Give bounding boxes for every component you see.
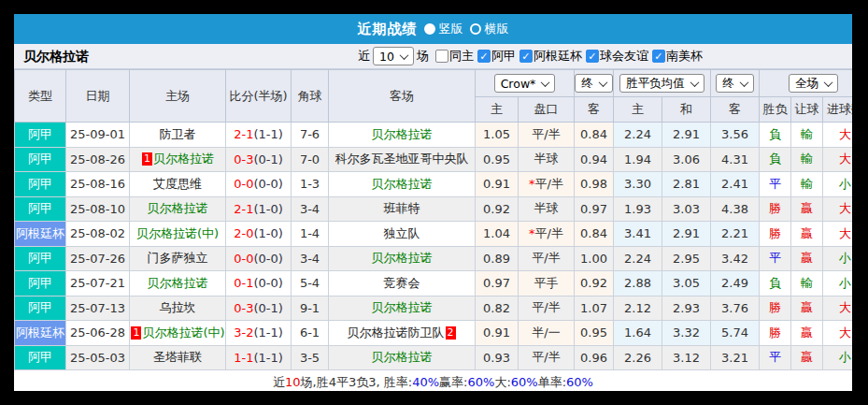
live-star-icon: *: [529, 226, 535, 240]
odds-handicap: 平/半: [519, 123, 575, 148]
corner-cell: 3-4: [292, 196, 329, 222]
odds-handicap: 半球: [519, 196, 575, 222]
league-type-cell: 阿甲: [15, 147, 66, 172]
col-header-score: 比分(半场): [226, 70, 292, 123]
avg-draw: 2.93: [662, 296, 711, 321]
odds-home: 0.97: [476, 271, 519, 297]
sub-header-avg-home: 主: [614, 97, 662, 123]
chevron-down-icon: [541, 78, 550, 87]
away-team-cell: 贝尔格拉诺: [329, 296, 476, 321]
fullmatch-select[interactable]: 全场: [789, 74, 838, 93]
table-row: 阿甲25-09-01防卫者2-1(1-1)7-6贝尔格拉诺1.05平/半0.84…: [15, 123, 853, 148]
home-team-cell: 门多萨独立: [130, 246, 226, 271]
avg-away: 3.56: [711, 123, 760, 148]
recent-count-value: 10: [379, 50, 394, 64]
score-cell: 2-0(1-0): [226, 222, 292, 247]
halftime-score: (1-1): [253, 325, 282, 340]
table-row: 阿甲25-07-13乌拉坎0-3(0-1)9-1贝尔格拉诺0.82平/半1.07…: [15, 296, 853, 321]
league-type-cell: 阿甲: [15, 271, 66, 297]
recent-count-select[interactable]: 10: [373, 47, 414, 65]
away-team-cell: 科尔多瓦圣地亚哥中央队: [329, 147, 476, 172]
avg-home: 2.26: [614, 345, 662, 370]
score-cell: 2-1(1-1): [226, 123, 292, 148]
sub-header-avg-away: 客: [711, 97, 760, 123]
odds-home: 0.89: [476, 246, 519, 271]
checkbox-checked-icon[interactable]: [652, 50, 665, 63]
avg-away: 3.42: [711, 246, 760, 271]
odds-final-select[interactable]: 终: [575, 74, 613, 93]
away-team-cell: 竞赛会: [329, 271, 476, 297]
odds-final-value: 终: [581, 76, 593, 92]
recent-results-panel: 近期战绩 竖版横版 贝尔格拉诺 近 10 场 同主阿甲阿根廷杯球会友谊南美杯 类…: [14, 14, 852, 391]
home-team-cell: 乌拉坎: [130, 296, 226, 321]
card-badge: 1: [131, 326, 141, 340]
team-link: 门多萨独立: [148, 251, 208, 265]
layout-radio-option[interactable]: 竖版: [424, 21, 463, 37]
fulltime-score: 0-0: [234, 177, 253, 191]
league-type-cell: 阿根廷杯: [15, 321, 66, 346]
handicap-result-cell: 贏: [791, 296, 823, 321]
odds-handicap: 平手: [519, 271, 575, 297]
goals-result-cell: 小: [823, 172, 853, 197]
col-header-away: 客场: [329, 70, 476, 123]
team-link: 贝尔格拉诺防卫队: [348, 325, 445, 340]
checkbox-checked-icon[interactable]: [477, 50, 491, 63]
away-team-cell: 班菲特: [329, 196, 476, 222]
summary-bar: 近10场,胜4平3负3, 胜率:40% 赢率:60% 大:60% 单率:60%: [14, 370, 852, 391]
col-header-home: 主场: [130, 70, 226, 123]
odds-handicap: 半/一: [519, 321, 575, 346]
league-type-cell: 阿甲: [15, 246, 66, 271]
home-team-cell: 贝尔格拉诺: [130, 271, 226, 297]
checkbox-checked-icon[interactable]: [519, 50, 533, 63]
match-date: 25-07-21: [66, 271, 130, 297]
radio-label: 竖版: [439, 21, 463, 37]
avg-odds-header: 胜平负均值: [614, 70, 711, 97]
league-type-cell: 阿甲: [15, 296, 66, 321]
live-star-icon: *: [529, 177, 535, 191]
goals-result-cell: 小: [823, 345, 853, 370]
avg-final-header: 终: [711, 70, 760, 97]
score-cell: 0-3(0-1): [226, 296, 292, 321]
sub-header-result: 胜负: [760, 97, 791, 123]
handicap-result-cell: 輸: [791, 123, 823, 148]
fullmatch-header: 全场: [760, 70, 853, 97]
score-cell: 0-0(0-0): [226, 246, 292, 271]
odds-company-select[interactable]: Crow*: [494, 74, 556, 93]
team-link: 贝尔格拉诺: [372, 300, 433, 314]
league-checkbox-group: 同主阿甲阿根廷杯球会友谊南美杯: [432, 48, 703, 65]
avg-home: 3.41: [614, 222, 662, 247]
table-row: 阿甲25-08-10贝尔格拉诺2-1(1-0)3-4班菲特0.92半球0.971…: [15, 196, 853, 222]
team-link: 贝尔格拉诺: [372, 251, 433, 265]
avg-home: 1.94: [614, 147, 662, 172]
score-cell: 0-3(0-1): [226, 147, 292, 172]
odds-home: 1.04: [476, 222, 519, 247]
team-link: 贝尔格拉诺(中): [142, 325, 224, 340]
odds-handicap: 半球: [519, 147, 575, 172]
team-link: 独立队: [384, 226, 420, 240]
checkbox-unchecked-icon[interactable]: [435, 50, 448, 63]
odds-away: 1.07: [575, 296, 614, 321]
result-cell: 平: [760, 246, 791, 271]
avg-draw: 2.95: [662, 246, 711, 271]
layout-radio-option[interactable]: 横版: [470, 21, 509, 37]
odds-home: 0.91: [476, 321, 519, 346]
filter-controls: 近 10 场 同主阿甲阿根廷杯球会友谊南美杯: [355, 44, 703, 68]
summary-segment: 60%: [467, 375, 494, 389]
score-cell: 1-1(1-1): [226, 345, 292, 370]
avg-odds-select[interactable]: 胜平负均值: [619, 74, 704, 93]
avg-draw: 3.03: [662, 196, 711, 222]
fullmatch-value: 全场: [795, 76, 818, 92]
recent-label-prefix: 近: [358, 48, 370, 65]
corner-cell: 6-1: [292, 321, 329, 346]
avg-final-select[interactable]: 终: [716, 74, 754, 93]
league-type-cell: 阿甲: [15, 196, 66, 222]
avg-home: 2.24: [614, 246, 662, 271]
filter-bar: 贝尔格拉诺 近 10 场 同主阿甲阿根廷杯球会友谊南美杯: [14, 44, 852, 69]
team-link: 贝尔格拉诺(中): [136, 226, 219, 240]
team-link: 科尔多瓦圣地亚哥中央队: [335, 152, 469, 166]
checkbox-checked-icon[interactable]: [586, 50, 599, 63]
halftime-score: (1-0): [253, 226, 282, 240]
avg-away: 4.31: [711, 147, 760, 172]
table-row: 阿甲25-08-261贝尔格拉诺0-3(0-1)7-0科尔多瓦圣地亚哥中央队0.…: [15, 147, 853, 172]
summary-segment: 大:: [494, 374, 510, 391]
